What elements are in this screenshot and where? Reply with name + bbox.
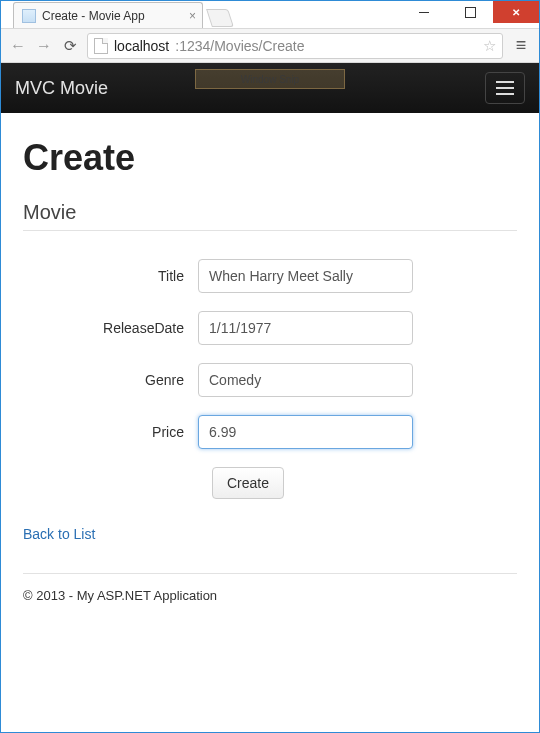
input-price[interactable] bbox=[198, 415, 413, 449]
page-favicon bbox=[22, 9, 36, 23]
form-row-genre: Genre bbox=[23, 363, 517, 397]
page-content: Create Movie Title ReleaseDate Genre Pri… bbox=[1, 113, 539, 613]
page-icon bbox=[94, 38, 108, 54]
back-to-list-link[interactable]: Back to List bbox=[23, 526, 95, 542]
section-divider bbox=[23, 230, 517, 231]
window-maximize-button[interactable] bbox=[447, 1, 493, 23]
address-host: localhost bbox=[114, 38, 169, 54]
label-release-date: ReleaseDate bbox=[23, 320, 198, 336]
window-titlebar: Create - Movie App × bbox=[1, 1, 539, 29]
back-link-row: Back to List bbox=[23, 525, 517, 543]
browser-menu-icon[interactable]: ≡ bbox=[511, 35, 531, 56]
input-genre[interactable] bbox=[198, 363, 413, 397]
address-path: :1234/Movies/Create bbox=[175, 38, 304, 54]
window-minimize-button[interactable] bbox=[401, 1, 447, 23]
tab-title: Create - Movie App bbox=[42, 9, 145, 23]
new-tab-button[interactable] bbox=[206, 9, 234, 27]
browser-tab[interactable]: Create - Movie App × bbox=[13, 2, 203, 28]
create-button[interactable]: Create bbox=[212, 467, 284, 499]
nav-toggle-button[interactable] bbox=[485, 72, 525, 104]
form-row-release-date: ReleaseDate bbox=[23, 311, 517, 345]
browser-tabstrip: Create - Movie App × bbox=[1, 1, 231, 28]
label-genre: Genre bbox=[23, 372, 198, 388]
section-heading: Movie bbox=[23, 201, 517, 224]
label-price: Price bbox=[23, 424, 198, 440]
footer-divider bbox=[23, 573, 517, 574]
input-release-date[interactable] bbox=[198, 311, 413, 345]
submit-row: Create bbox=[212, 467, 517, 499]
address-bar[interactable]: localhost:1234/Movies/Create ☆ bbox=[87, 33, 503, 59]
app-navbar: MVC Movie Window Snip bbox=[1, 63, 539, 113]
label-title: Title bbox=[23, 268, 198, 284]
bookmark-star-icon[interactable]: ☆ bbox=[483, 37, 496, 55]
window-close-button[interactable] bbox=[493, 1, 539, 23]
close-tab-icon[interactable]: × bbox=[189, 9, 196, 23]
browser-toolbar: ← → ⟳ localhost:1234/Movies/Create ☆ ≡ bbox=[1, 29, 539, 63]
form-row-title: Title bbox=[23, 259, 517, 293]
window-snip-overlay: Window Snip bbox=[195, 69, 345, 89]
back-icon[interactable]: ← bbox=[9, 37, 27, 55]
form-row-price: Price bbox=[23, 415, 517, 449]
input-title[interactable] bbox=[198, 259, 413, 293]
page-title: Create bbox=[23, 137, 517, 179]
reload-icon[interactable]: ⟳ bbox=[61, 37, 79, 55]
window-controls bbox=[401, 1, 539, 23]
footer-text: © 2013 - My ASP.NET Application bbox=[23, 588, 517, 603]
brand-title[interactable]: MVC Movie bbox=[15, 78, 108, 99]
forward-icon[interactable]: → bbox=[35, 37, 53, 55]
